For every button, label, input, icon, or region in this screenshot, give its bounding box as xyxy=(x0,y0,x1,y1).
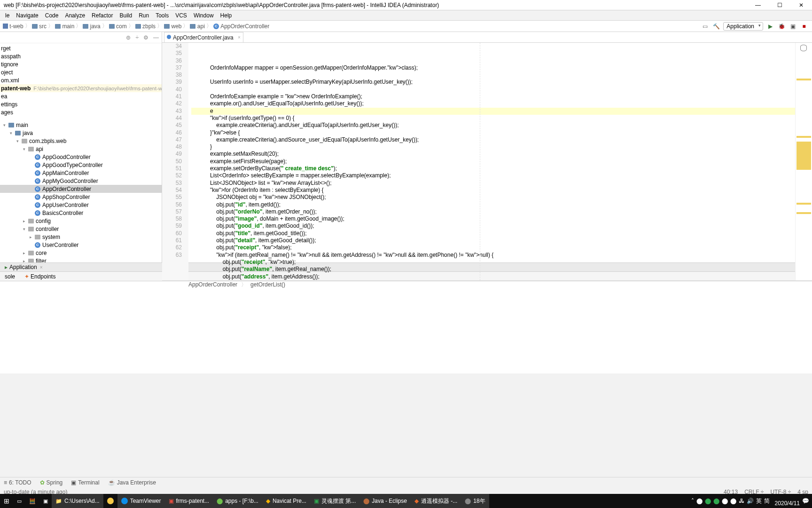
taskbar-item[interactable]: ▣ 灵魂摆渡 第... xyxy=(310,494,359,508)
breadcrumb-item[interactable]: com xyxy=(109,23,127,30)
run-icon[interactable]: ▶ xyxy=(766,22,774,31)
menu-item[interactable]: le xyxy=(2,12,13,19)
folder-icon xyxy=(15,131,21,135)
editor-breadcrumb[interactable]: AppOrderController 〉 getOrderList() xyxy=(162,280,812,289)
tree-class[interactable]: CAppUserController xyxy=(0,201,162,209)
close-icon[interactable]: × xyxy=(40,265,43,270)
tray-icon[interactable]: ⬤ xyxy=(705,498,711,504)
folder-icon xyxy=(164,24,170,29)
tree-class[interactable]: CAppMainController xyxy=(0,169,162,177)
class-icon: C xyxy=(35,186,40,192)
windows-taskbar: ⊞ ▭ 🧮 ▣ 📁 C:\Users\Ad... TeamViewer ▣ fr… xyxy=(0,494,812,508)
tray-clock[interactable]: 2020/4/11 xyxy=(772,496,800,506)
layout-icon[interactable]: ▭ xyxy=(701,22,709,31)
taskbar-item[interactable]: 📁 C:\Users\Ad... xyxy=(52,494,103,508)
breadcrumb-item[interactable]: src xyxy=(32,23,47,30)
code-area[interactable]: OrderInfoMapper mapper = openSession.get… xyxy=(188,43,795,280)
taskbar-item[interactable]: ▣ xyxy=(39,494,52,508)
taskbar-item[interactable]: ◆ 逍遥模拟器 -... xyxy=(411,494,461,508)
taskbar-item[interactable]: ◆ Navicat Pre... xyxy=(262,494,310,508)
project-tree[interactable]: rget asspath tignore oject om.xml patent… xyxy=(0,43,162,262)
tree-class-selected[interactable]: CAppOrderController xyxy=(0,185,162,193)
project-settings-icon[interactable]: ⚙ xyxy=(143,34,148,41)
tray-icon[interactable]: ⬤ xyxy=(730,498,736,504)
project-hide-icon[interactable]: — xyxy=(153,34,159,41)
menu-item[interactable]: Navigate xyxy=(13,12,41,19)
tray-icon[interactable]: ⬤ xyxy=(722,498,728,504)
todo-tool[interactable]: ≡ 6: TODO xyxy=(4,479,31,486)
start-button[interactable]: ⊞ xyxy=(0,494,13,508)
menu-item[interactable]: Window xyxy=(190,12,217,19)
class-icon: C xyxy=(35,178,40,184)
tray-network-icon[interactable]: 🖧 xyxy=(739,498,744,504)
tree-class[interactable]: CAppGoodController xyxy=(0,153,162,161)
maximize-button[interactable]: ☐ xyxy=(769,0,790,10)
taskbar-item[interactable]: ⬤ Java - Eclipse xyxy=(359,494,411,508)
javaee-tool[interactable]: ☕ Java Enterprise xyxy=(108,479,156,486)
inspection-eye-icon[interactable] xyxy=(800,45,807,51)
breadcrumb-item[interactable]: C AppOrderController xyxy=(213,23,269,30)
spring-tool[interactable]: ✿ Spring xyxy=(40,479,63,486)
tree-class[interactable]: CBasicsController xyxy=(0,209,162,217)
breadcrumb-item[interactable]: web xyxy=(164,23,181,30)
breadcrumb-item[interactable]: t-web xyxy=(3,23,23,30)
task-view-button[interactable]: ▭ xyxy=(13,494,25,508)
tray-volume-icon[interactable]: 🔊 xyxy=(747,498,754,504)
editor-tab[interactable]: AppOrderController.java × xyxy=(164,32,243,42)
tray-ime[interactable]: 英 xyxy=(756,497,762,505)
build-icon[interactable]: 🔨 xyxy=(712,22,720,31)
breadcrumb-item[interactable]: zbpls xyxy=(135,23,156,30)
menu-item[interactable]: Analyze xyxy=(62,12,88,19)
tree-class[interactable]: CAppMyGoodController xyxy=(0,177,162,185)
breadcrumb-item[interactable]: api xyxy=(190,23,204,30)
tray-chevron-icon[interactable]: ˄ xyxy=(691,498,694,504)
stop-icon[interactable]: ■ xyxy=(800,22,808,31)
run-config-select[interactable]: Application xyxy=(723,22,763,31)
tray-notifications-icon[interactable]: 💬 xyxy=(802,498,809,504)
menu-item[interactable]: Build xyxy=(116,12,135,19)
project-expand-icon[interactable]: ÷ xyxy=(135,34,139,41)
taskbar-item[interactable]: 🧮 xyxy=(25,494,39,508)
titlebar: web [F:\bishe\bs-project\2020\ershoujiao… xyxy=(0,0,812,10)
taskbar-item[interactable]: ⬤ 18年 xyxy=(461,494,489,508)
module-row[interactable]: patent-web F:\bishe\bs-project\2020\ersh… xyxy=(0,84,162,92)
taskbar-item[interactable]: ⬤ apps - [F:\b... xyxy=(213,494,262,508)
project-target-icon[interactable]: ⊚ xyxy=(126,34,131,41)
gutter[interactable]: 3435363738394041424344454647484950515253… xyxy=(162,43,188,280)
editor-overview-ruler[interactable] xyxy=(795,43,812,280)
class-icon: C xyxy=(35,154,40,160)
class-icon: C xyxy=(35,170,40,176)
system-tray[interactable]: ˄ ⬤ ⬤ ⬤ ⬤ ⬤ 🖧 🔊 英 简 2020/4/11 💬 xyxy=(691,496,812,506)
navigation-bar: t-web〉 src〉 main〉 java〉 com〉 zbpls〉 web〉… xyxy=(0,21,812,32)
debug-icon[interactable]: 🐞 xyxy=(777,22,786,31)
tray-ime[interactable]: 简 xyxy=(764,497,770,505)
close-button[interactable]: ✕ xyxy=(790,0,812,10)
menu-item[interactable]: Run xyxy=(135,12,152,19)
taskbar-item[interactable]: ▣ frms-patent... xyxy=(165,494,213,508)
tree-class[interactable]: CAppGoodTypeController xyxy=(0,161,162,169)
taskbar-item[interactable] xyxy=(103,494,117,508)
menubar: le Navigate Code Analyze Refactor Build … xyxy=(0,10,812,21)
run-config-tab[interactable]: ▸ Application × xyxy=(0,263,47,271)
taskbar-item[interactable]: TeamViewer xyxy=(117,494,165,508)
class-icon: C xyxy=(35,210,40,216)
tree-class[interactable]: CAppShopController xyxy=(0,193,162,201)
menu-item[interactable]: Help xyxy=(217,12,235,19)
folder-icon xyxy=(32,24,38,29)
terminal-tool[interactable]: ▣ Terminal xyxy=(71,479,99,486)
close-tab-icon[interactable]: × xyxy=(238,35,241,40)
menu-item[interactable]: VCS xyxy=(172,12,190,19)
tree-class[interactable]: CUserController xyxy=(0,241,162,249)
breadcrumb-item[interactable]: java xyxy=(83,23,100,30)
breadcrumb-item[interactable]: main xyxy=(55,23,74,30)
tray-icon[interactable]: ⬤ xyxy=(713,498,719,504)
menu-item[interactable]: Tools xyxy=(152,12,172,19)
run-output[interactable] xyxy=(0,281,812,373)
menu-item[interactable]: Code xyxy=(42,12,62,19)
minimize-button[interactable]: — xyxy=(747,0,769,10)
console-tab[interactable]: sole xyxy=(0,272,20,281)
endpoints-tab[interactable]: ✦Endpoints xyxy=(20,272,60,281)
coverage-icon[interactable]: ▣ xyxy=(789,22,797,31)
tray-icon[interactable]: ⬤ xyxy=(696,498,703,504)
menu-item[interactable]: Refactor xyxy=(88,12,116,19)
